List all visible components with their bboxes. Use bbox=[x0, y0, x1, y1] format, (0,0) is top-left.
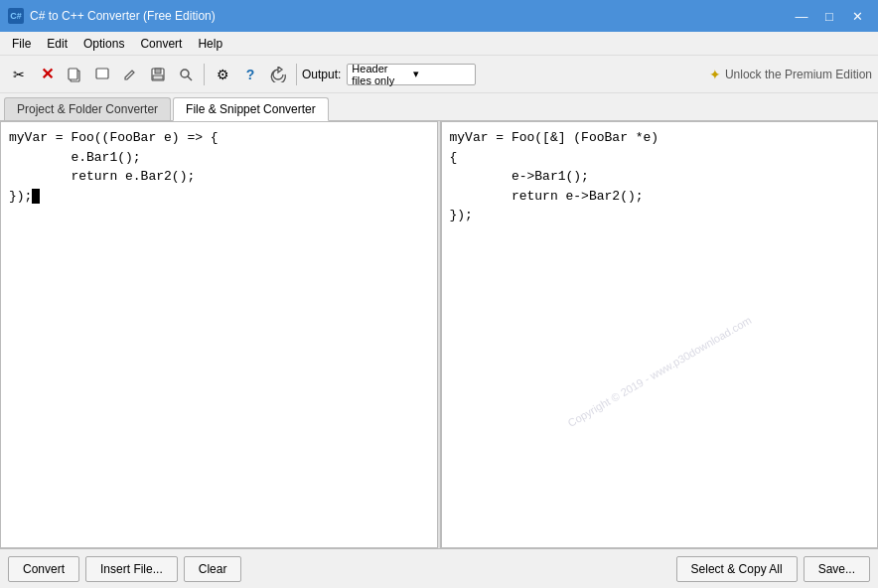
output-dropdown-arrow: ▾ bbox=[413, 68, 471, 80]
title-bar: C# C# to C++ Converter (Free Edition) — … bbox=[0, 0, 878, 32]
toolbar-refresh-icon[interactable] bbox=[265, 62, 291, 87]
maximize-button[interactable]: □ bbox=[816, 6, 842, 26]
main-area: myVar = Foo((FooBar e) => { e.Bar1(); re… bbox=[0, 121, 878, 548]
minimize-button[interactable]: — bbox=[789, 6, 814, 26]
menu-file[interactable]: File bbox=[4, 35, 39, 53]
app-icon: C# bbox=[8, 8, 24, 24]
left-code-panel[interactable]: myVar = Foo((FooBar e) => { e.Bar1(); re… bbox=[0, 121, 437, 548]
output-label: Output: bbox=[302, 68, 341, 81]
menu-help[interactable]: Help bbox=[190, 35, 230, 53]
toolbar-settings-icon[interactable]: ⚙ bbox=[210, 62, 235, 87]
svg-line-7 bbox=[188, 76, 192, 80]
premium-label: ✦ Unlock the Premium Edition bbox=[709, 67, 872, 82]
clear-button[interactable]: Clear bbox=[184, 556, 242, 582]
toolbar-separator-2 bbox=[296, 64, 297, 85]
toolbar-window-icon[interactable] bbox=[89, 62, 115, 87]
toolbar-save-icon[interactable] bbox=[145, 62, 171, 87]
left-code-content[interactable]: myVar = Foo((FooBar e) => { e.Bar1(); re… bbox=[1, 122, 437, 212]
toolbar-search-icon[interactable] bbox=[173, 62, 199, 87]
svg-rect-2 bbox=[96, 69, 108, 78]
bottom-left-actions: Convert Insert File... Clear bbox=[8, 556, 241, 582]
right-code-content: myVar = Foo([&] (FooBar *e) { e->Bar1();… bbox=[442, 122, 878, 231]
toolbar-edit-icon[interactable] bbox=[117, 62, 143, 87]
premium-icon: ✦ bbox=[709, 67, 721, 82]
toolbar-cancel-icon[interactable]: ✕ bbox=[34, 62, 60, 87]
toolbar-copy-icon[interactable] bbox=[62, 62, 87, 87]
select-copy-button[interactable]: Select & Copy All bbox=[676, 556, 798, 582]
menu-bar: File Edit Options Convert Help bbox=[0, 32, 878, 56]
svg-rect-5 bbox=[153, 75, 163, 79]
tab-project-folder[interactable]: Project & Folder Converter bbox=[4, 97, 171, 120]
svg-rect-4 bbox=[155, 69, 161, 74]
output-value: Header files only bbox=[352, 63, 409, 86]
svg-point-6 bbox=[181, 70, 189, 77]
bottom-right-actions: Select & Copy All Save... bbox=[676, 556, 870, 582]
tab-file-snippet[interactable]: File & Snippet Converter bbox=[173, 97, 329, 121]
watermark: Copyright © 2019 - www.p30download.com bbox=[565, 314, 753, 429]
tab-bar: Project & Folder Converter File & Snippe… bbox=[0, 93, 878, 121]
toolbar-help-icon[interactable]: ? bbox=[237, 62, 263, 87]
premium-text: Unlock the Premium Edition bbox=[725, 68, 872, 81]
save-button[interactable]: Save... bbox=[804, 556, 870, 582]
toolbar-separator-1 bbox=[204, 64, 205, 85]
output-select[interactable]: Header files only ▾ bbox=[347, 64, 476, 85]
menu-convert[interactable]: Convert bbox=[132, 35, 190, 53]
menu-options[interactable]: Options bbox=[75, 35, 132, 53]
window-title: C# to C++ Converter (Free Edition) bbox=[30, 9, 216, 23]
insert-file-button[interactable]: Insert File... bbox=[85, 556, 178, 582]
right-code-panel: myVar = Foo([&] (FooBar *e) { e->Bar1();… bbox=[441, 121, 879, 548]
window-controls: — □ ✕ bbox=[789, 6, 870, 26]
close-button[interactable]: ✕ bbox=[844, 6, 870, 26]
menu-edit[interactable]: Edit bbox=[39, 35, 75, 53]
bottom-bar: Convert Insert File... Clear Select & Co… bbox=[0, 548, 878, 588]
convert-button[interactable]: Convert bbox=[8, 556, 79, 582]
toolbar: ✂ ✕ ⚙ ? Output: Header files only ▾ ✦ bbox=[0, 56, 878, 93]
svg-rect-1 bbox=[69, 69, 77, 79]
toolbar-cut-icon[interactable]: ✂ bbox=[6, 62, 32, 87]
